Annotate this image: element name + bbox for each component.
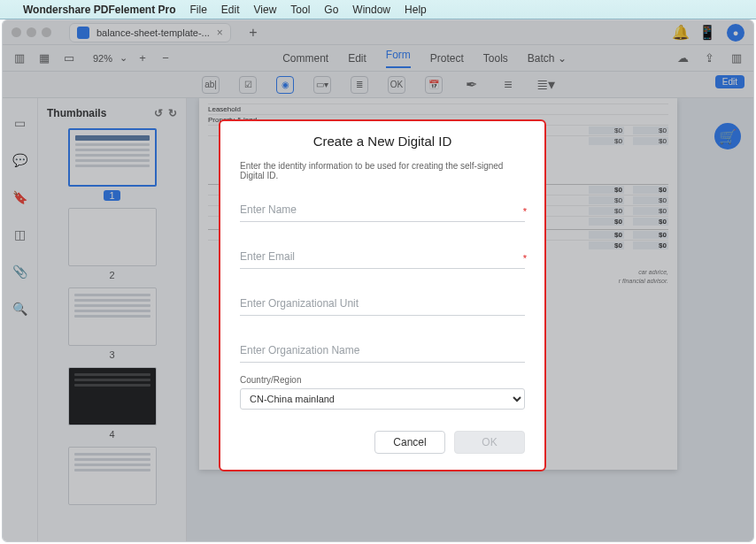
app-window: balance-sheet-template-... × + 🔔 📱 ● ▥ ▦… xyxy=(2,19,754,542)
modal-hint: Enter the identity information to be use… xyxy=(240,161,525,180)
country-region-select[interactable]: CN-China mainland xyxy=(240,388,525,410)
org-unit-field-wrap xyxy=(240,292,525,316)
required-asterisk-icon: * xyxy=(523,253,527,264)
organization-name-input[interactable] xyxy=(240,339,525,363)
ok-button[interactable]: OK xyxy=(454,431,525,454)
menu-window[interactable]: Window xyxy=(352,4,390,16)
email-field-wrap: * xyxy=(240,245,525,269)
menu-tool[interactable]: Tool xyxy=(290,4,310,16)
cancel-button[interactable]: Cancel xyxy=(374,431,445,454)
org-name-field-wrap xyxy=(240,339,525,363)
name-field-wrap: * xyxy=(240,198,525,222)
required-asterisk-icon: * xyxy=(523,206,527,217)
app-name[interactable]: Wondershare PDFelement Pro xyxy=(23,4,176,16)
email-input[interactable] xyxy=(240,245,525,269)
menu-view[interactable]: View xyxy=(254,4,277,16)
create-digital-id-modal: Create a New Digital ID Enter the identi… xyxy=(219,119,546,471)
menu-go[interactable]: Go xyxy=(324,4,338,16)
modal-title: Create a New Digital ID xyxy=(240,134,525,149)
menu-file[interactable]: File xyxy=(190,4,207,16)
mac-menubar: Wondershare PDFelement Pro File Edit Vie… xyxy=(0,0,756,19)
organizational-unit-input[interactable] xyxy=(240,292,525,316)
name-input[interactable] xyxy=(240,198,525,222)
menu-edit[interactable]: Edit xyxy=(221,4,240,16)
menu-help[interactable]: Help xyxy=(405,4,427,16)
country-region-label: Country/Region xyxy=(240,375,525,385)
